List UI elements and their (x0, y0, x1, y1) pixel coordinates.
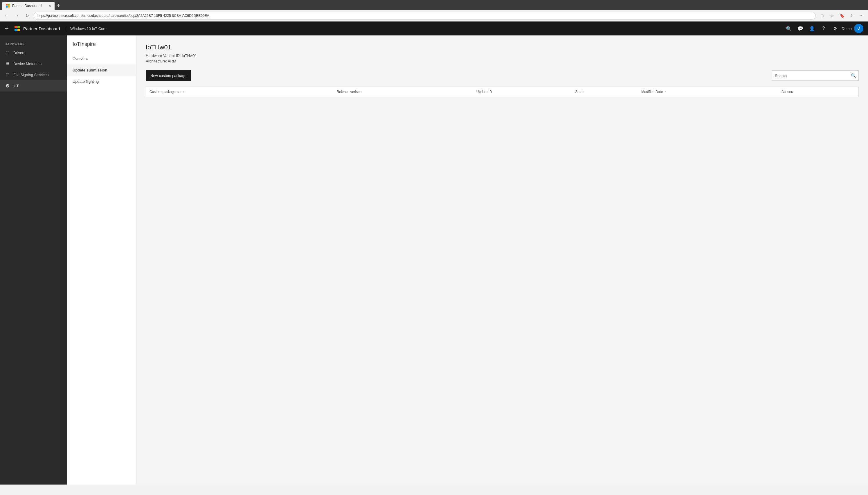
browser-chrome: Partner Dashboard × + ← → ↻ □ ☆ 🔖 ⇪ ⋯ (0, 0, 868, 21)
new-tab-button[interactable]: + (55, 2, 63, 10)
forward-button[interactable]: → (13, 12, 21, 20)
app-layout: ☰ Partner Dashboard | Windows 10 IoT Cor… (0, 21, 868, 484)
sidebar-item-label-drivers: Drivers (13, 51, 25, 55)
sidebar-item-file-signing[interactable]: □ File Signing Services (0, 69, 67, 80)
content-area: IoTHw01 Hardware Variant ID: IoTHw01 Arc… (137, 35, 868, 484)
search-icon-button[interactable]: 🔍 (783, 23, 794, 34)
app-subtitle: Windows 10 IoT Core (70, 27, 107, 31)
reading-list-button[interactable]: 🔖 (838, 12, 846, 20)
sidebar-item-label-device-metadata: Device Metadata (13, 62, 42, 66)
more-button[interactable]: ⋯ (857, 12, 866, 20)
close-tab-button[interactable]: × (49, 3, 51, 8)
address-icons: □ ☆ 🔖 ⇪ ⋯ (818, 12, 866, 20)
sidebar-item-label-iot: IoT (13, 84, 19, 88)
back-button[interactable]: ← (2, 12, 11, 20)
directory-icon-button[interactable]: 👤 (807, 23, 817, 34)
file-signing-icon: □ (5, 72, 11, 77)
refresh-button[interactable]: ↻ (23, 12, 31, 20)
reading-view-button[interactable]: □ (818, 12, 826, 20)
tab-title: Partner Dashboard (12, 4, 47, 8)
feedback-icon-button[interactable]: 💬 (795, 23, 805, 34)
sub-nav-update-submission[interactable]: Update submission (67, 65, 136, 76)
col-header-state: State (572, 87, 638, 97)
sidebar-item-drivers[interactable]: □ Drivers (0, 47, 67, 58)
share-button[interactable]: ⇪ (848, 12, 856, 20)
sub-nav-update-submission-label: Update submission (73, 68, 107, 72)
hamburger-menu[interactable]: ☰ (5, 26, 9, 31)
col-header-update-id: Update ID (473, 87, 572, 97)
page-title: IoTHw01 (146, 44, 859, 51)
app-title: Partner Dashboard (23, 26, 60, 31)
help-icon-button[interactable]: ? (818, 23, 829, 34)
sidebar-item-label-file-signing: File Signing Services (13, 73, 49, 77)
content-toolbar: New custom package 🔍 (146, 70, 859, 81)
sub-nav-overview-label: Overview (73, 57, 88, 61)
page-meta-arch: Architecture: ARM (146, 59, 859, 63)
sub-nav-overview[interactable]: Overview (67, 53, 136, 65)
sub-sidebar-title: IoTInspire (67, 41, 136, 53)
drivers-icon: □ (5, 50, 11, 55)
col-header-actions: Actions (778, 87, 858, 97)
sub-nav-update-flighting[interactable]: Update flighting (67, 76, 136, 87)
search-box: 🔍 (772, 70, 859, 81)
col-header-name: Custom package name (146, 87, 333, 97)
search-button[interactable]: 🔍 (848, 70, 858, 81)
sub-nav-update-flighting-label: Update flighting (73, 79, 99, 84)
sidebar-item-iot[interactable]: ⚙ IoT (0, 80, 67, 91)
main-area: HARDWARE □ Drivers ≡ Device Metadata □ F… (0, 35, 868, 484)
iot-icon: ⚙ (5, 83, 11, 89)
active-tab[interactable]: Partner Dashboard × (2, 2, 55, 10)
microsoft-logo (15, 26, 20, 31)
favicon (6, 4, 10, 8)
data-table: Custom package name Release verison Upda… (146, 87, 858, 97)
address-input[interactable] (34, 12, 816, 20)
new-custom-package-button[interactable]: New custom package (146, 70, 191, 81)
sidebar-section-label: HARDWARE (0, 40, 67, 47)
top-bar: ☰ Partner Dashboard | Windows 10 IoT Cor… (0, 21, 868, 35)
favorites-button[interactable]: ☆ (828, 12, 836, 20)
page-meta-variant: Hardware Variant ID: IoTHw01 (146, 53, 859, 58)
sidebar-item-device-metadata[interactable]: ≡ Device Metadata (0, 58, 67, 69)
sub-sidebar: IoTInspire Overview Update submission Up… (67, 35, 137, 484)
device-metadata-icon: ≡ (5, 61, 11, 66)
title-separator: | (65, 27, 66, 31)
col-header-release: Release verison (333, 87, 473, 97)
top-bar-icons: 🔍 💬 👤 ? ⚙ Demo D (783, 23, 863, 34)
user-label: Demo (842, 27, 852, 31)
tab-bar: Partner Dashboard × + (0, 0, 868, 10)
avatar-button[interactable]: D (854, 24, 863, 33)
search-input[interactable] (772, 73, 848, 78)
sort-icon: ↑ (665, 90, 667, 93)
settings-icon-button[interactable]: ⚙ (830, 23, 840, 34)
col-header-modified-date[interactable]: Modified Date ↑ (638, 87, 778, 97)
address-bar-row: ← → ↻ □ ☆ 🔖 ⇪ ⋯ (0, 10, 868, 21)
sidebar: HARDWARE □ Drivers ≡ Device Metadata □ F… (0, 35, 67, 484)
table-header-row: Custom package name Release verison Upda… (146, 87, 858, 97)
table-container: Custom package name Release verison Upda… (146, 87, 859, 97)
